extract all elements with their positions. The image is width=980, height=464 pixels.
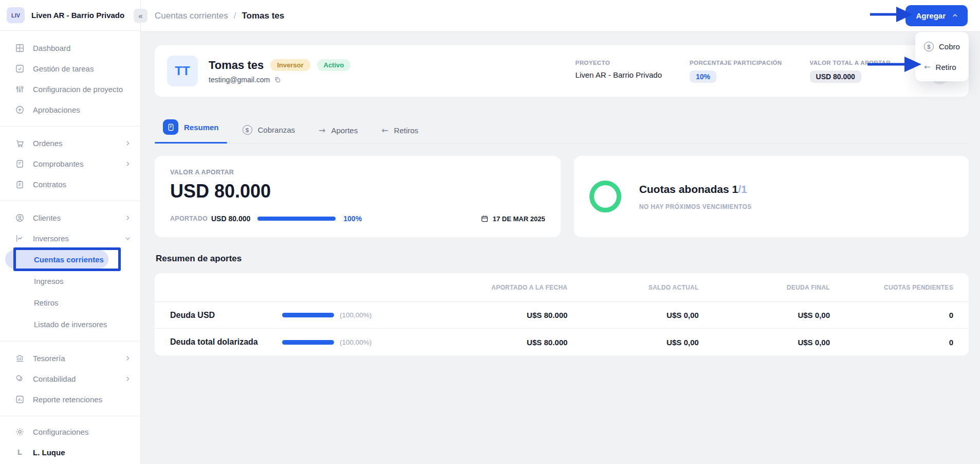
main-area: « Cuentas corrientes / Tomas tes Agregar… bbox=[141, 0, 980, 464]
sidebar-subitem-label: Listado de inversores bbox=[0, 320, 107, 329]
add-button-label: Agregar bbox=[916, 11, 946, 20]
sidebar-subitem-ingresos[interactable]: Ingresos bbox=[0, 270, 140, 292]
sidebar-subitem-retiros[interactable]: Retiros bbox=[0, 292, 140, 313]
row-progress-label: (100,00%) bbox=[340, 338, 372, 346]
receipt-icon bbox=[15, 159, 25, 169]
cart-icon bbox=[15, 138, 25, 148]
sidebar-item-label: Contratos bbox=[33, 180, 131, 189]
tab-resumen[interactable]: Resumen bbox=[163, 119, 219, 143]
workspace-name: Liven AR - Barrio Privado bbox=[31, 11, 124, 20]
cell-saldo: U$S 0,00 bbox=[567, 338, 698, 347]
sidebar-item-label: Comprobantes bbox=[33, 159, 116, 168]
page-content: TT Tomas tes Inversor Activo testing@gma… bbox=[141, 32, 980, 355]
sidebar-subitem-label: Retiros bbox=[0, 298, 59, 307]
sidebar-item-label: Contabilidad bbox=[33, 374, 116, 383]
sidebar-item-configuracion-de-proyecto[interactable]: Configuracion de proyecto bbox=[0, 79, 140, 99]
sidebar-item-aprobaciones[interactable]: Aprobaciones bbox=[0, 99, 140, 120]
field-porcentaje-participacion: PORCENTAJE PARTICIPACIÓN 10% bbox=[690, 60, 782, 83]
app-window: LIV Liven AR - Barrio Privado Dashboard … bbox=[0, 0, 980, 464]
sidebar-item-gestion-de-tareas[interactable]: Gestión de tareas bbox=[0, 58, 140, 79]
field-label: PROYECTO bbox=[576, 60, 662, 66]
tab-label: Resumen bbox=[184, 123, 219, 132]
field-label: VALOR TOTAL A APORTAR bbox=[810, 60, 891, 66]
sidebar-item-label: Reporte retenciones bbox=[33, 395, 131, 404]
field-value: Liven AR - Barrio Privado bbox=[576, 70, 662, 79]
workspace-switcher[interactable]: LIV Liven AR - Barrio Privado bbox=[0, 0, 140, 30]
gear-icon bbox=[15, 427, 25, 437]
dollar-circle-icon: $ bbox=[243, 125, 252, 135]
sidebar-item-ordenes[interactable]: Ordenes bbox=[0, 133, 140, 153]
table-row[interactable]: Deuda total dolarizada (100,00%) U$S 80.… bbox=[155, 329, 969, 355]
copy-icon[interactable] bbox=[274, 76, 281, 83]
row-name: Deuda USD bbox=[170, 311, 282, 320]
menu-item-label: Retiro bbox=[936, 63, 956, 72]
breadcrumb-current: Tomas tes bbox=[242, 11, 284, 21]
tab-retiros[interactable]: ← Retiros bbox=[381, 126, 418, 143]
sidebar-item-tesoreria[interactable]: Tesorería bbox=[0, 348, 140, 368]
plus-circle-icon bbox=[15, 105, 25, 115]
vencimientos-note: NO HAY PRÓXIMOS VENCIMIENTOS bbox=[639, 203, 752, 210]
resumen-aportes-table: APORTADO A LA FECHA SALDO ACTUAL DEUDA F… bbox=[155, 273, 969, 355]
cuotas-total: /1 bbox=[738, 183, 747, 195]
sidebar-item-dashboard[interactable]: Dashboard bbox=[0, 38, 140, 58]
sidebar-item-label: Configuraciones bbox=[33, 427, 131, 436]
add-dropdown-menu: $ Cobro ← Retiro bbox=[915, 32, 969, 81]
sidebar-item-comprobantes[interactable]: Comprobantes bbox=[0, 153, 140, 174]
user-circle-icon bbox=[15, 213, 25, 223]
sidebar-subitem-label: Ingresos bbox=[0, 277, 64, 285]
card-label: VALOR A APORTAR bbox=[170, 169, 545, 176]
column-header: APORTADO A LA FECHA bbox=[436, 284, 567, 291]
column-header: CUOTAS PENDIENTES bbox=[830, 284, 953, 291]
sidebar-item-reporte-retenciones[interactable]: Reporte retenciones bbox=[0, 389, 140, 409]
sidebar-collapse-button[interactable]: « bbox=[134, 9, 147, 23]
table-header-row: APORTADO A LA FECHA SALDO ACTUAL DEUDA F… bbox=[155, 273, 969, 302]
add-button[interactable]: Agregar bbox=[905, 5, 968, 26]
sidebar-subitem-cuentas-corrientes[interactable]: Cuentas corrientes bbox=[0, 248, 140, 270]
menu-item-cobro[interactable]: $ Cobro bbox=[915, 36, 969, 57]
row-progress-bar bbox=[282, 340, 334, 345]
arrow-right-icon: → bbox=[319, 127, 325, 135]
valor-a-aportar-card: VALOR A APORTAR USD 80.000 APORTADO USD … bbox=[155, 156, 561, 237]
sidebar-item-clientes[interactable]: Clientes bbox=[0, 207, 140, 228]
field-label: PORCENTAJE PARTICIPACIÓN bbox=[690, 60, 782, 66]
chevron-right-icon bbox=[124, 376, 131, 382]
field-valor-total-a-aportar: VALOR TOTAL A APORTAR USD 80.000 bbox=[810, 60, 891, 83]
user-name: L. Luque bbox=[33, 448, 131, 457]
sidebar-item-label: Inversores bbox=[33, 234, 116, 243]
tab-bar: Resumen $ Cobranzas → Aportes ← Retiros bbox=[155, 114, 969, 144]
cell-aportado: U$S 80.000 bbox=[436, 338, 567, 347]
sidebar-item-inversores[interactable]: Inversores bbox=[0, 228, 140, 248]
chevron-right-icon bbox=[124, 140, 131, 147]
sidebar-footer: Configuraciones L L. Luque bbox=[0, 416, 140, 464]
tab-cobranzas[interactable]: $ Cobranzas bbox=[243, 125, 295, 143]
aportado-label: APORTADO bbox=[170, 215, 208, 222]
breadcrumb-parent[interactable]: Cuentas corrientes bbox=[155, 11, 228, 21]
tab-label: Retiros bbox=[394, 126, 419, 135]
tab-aportes[interactable]: → Aportes bbox=[319, 126, 358, 143]
sidebar-subitem-listado-de-inversores[interactable]: Listado de inversores bbox=[0, 313, 140, 335]
tab-label: Cobranzas bbox=[258, 126, 295, 134]
column-header: DEUDA FINAL bbox=[699, 284, 830, 291]
sidebar-subitem-label: Cuentas corrientes bbox=[0, 255, 104, 264]
sidebar: LIV Liven AR - Barrio Privado Dashboard … bbox=[0, 0, 141, 464]
grid-icon bbox=[15, 43, 25, 53]
document-icon bbox=[163, 119, 178, 135]
cell-aportado: U$S 80.000 bbox=[436, 311, 567, 319]
avatar: TT bbox=[167, 56, 198, 86]
sidebar-item-label: Tesorería bbox=[33, 354, 116, 363]
cell-saldo: U$S 0,00 bbox=[567, 311, 698, 319]
user-menu[interactable]: L L. Luque bbox=[0, 442, 140, 462]
progress-percent: 100% bbox=[343, 215, 362, 223]
sidebar-item-label: Dashboard bbox=[33, 44, 131, 52]
sidebar-item-contabilidad[interactable]: Contabilidad bbox=[0, 368, 140, 389]
table-row[interactable]: Deuda USD (100,00%) U$S 80.000 U$S 0,00 … bbox=[155, 302, 969, 329]
section-title: Resumen de aportes bbox=[156, 254, 969, 264]
sidebar-item-configuraciones[interactable]: Configuraciones bbox=[0, 421, 140, 442]
row-progress-label: (100,00%) bbox=[340, 311, 372, 319]
menu-item-retiro[interactable]: ← Retiro bbox=[915, 57, 969, 77]
field-proyecto: PROYECTO Liven AR - Barrio Privado bbox=[576, 60, 662, 83]
sidebar-item-contratos[interactable]: Contratos bbox=[0, 174, 140, 194]
sidebar-item-label: Gestión de tareas bbox=[33, 64, 131, 73]
column-header: SALDO ACTUAL bbox=[567, 284, 698, 291]
chevron-up-icon bbox=[952, 12, 958, 19]
